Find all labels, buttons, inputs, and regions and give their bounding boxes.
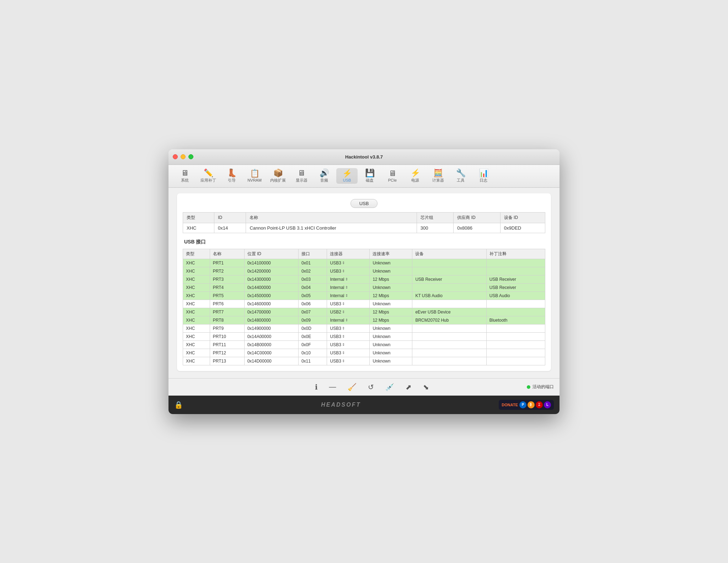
toolbar-item-log[interactable]: 📊 日志 <box>473 168 494 184</box>
port-col-location: 位置 ID <box>244 249 298 259</box>
port-location: 0x14700000 <box>244 308 298 316</box>
port-row[interactable]: XHC PRT8 0x14800000 0x09 Internal ⇕ 12 M… <box>183 316 545 324</box>
refresh-button[interactable]: ↺ <box>366 381 375 393</box>
port-row[interactable]: XHC PRT10 0x14A00000 0x0E USB3 ⇕ Unknown <box>183 332 545 341</box>
titlebar: Hackintool v3.8.7 <box>168 149 560 165</box>
port-patch <box>486 300 545 308</box>
port-connector: USB3 ⇕ <box>327 349 370 357</box>
col-header-name: 名称 <box>246 212 417 223</box>
eth-icon: Ξ <box>536 401 543 408</box>
toolbar-item-kext[interactable]: 📦 内核扩展 <box>267 168 289 184</box>
connector-cell: USB2 ⇕ <box>330 310 344 315</box>
active-indicator: 活动的端口 <box>527 384 554 390</box>
toolbar-item-system[interactable]: 🖥 系统 <box>174 168 196 184</box>
port-row[interactable]: XHC PRT3 0x14300000 0x03 Internal ⇕ 12 M… <box>183 275 545 283</box>
port-name: PRT1 <box>210 259 244 267</box>
connector-cell: USB3 ⇕ <box>330 359 344 364</box>
port-connector: Internal ⇕ <box>327 275 370 283</box>
port-patch <box>486 267 545 275</box>
clear-button[interactable]: 🧹 <box>346 381 358 393</box>
port-row[interactable]: XHC PRT5 0x14500000 0x05 Internal ⇕ 12 M… <box>183 291 545 300</box>
toolbar-item-calc[interactable]: 🧮 计算器 <box>427 168 449 184</box>
port-patch <box>486 357 545 365</box>
toolbar-item-patch[interactable]: ✏️ 应用补丁 <box>197 168 220 184</box>
port-connector: USB3 ⇕ <box>327 332 370 341</box>
port-row[interactable]: XHC PRT9 0x14900000 0x0D USB3 ⇕ Unknown <box>183 324 545 332</box>
port-port: 0x0D <box>298 324 327 332</box>
display-label: 显示器 <box>296 178 307 183</box>
port-port: 0x05 <box>298 291 327 300</box>
connector-cell: USB3 ⇕ <box>330 334 344 339</box>
port-col-patch: 补丁注释 <box>486 249 545 259</box>
port-port: 0x10 <box>298 349 327 357</box>
pcie-label: PCIe <box>388 178 397 182</box>
port-type: XHC <box>183 349 210 357</box>
main-window: Hackintool v3.8.7 🖥 系统 ✏️ 应用补丁 👢 引导 📋 NV… <box>168 149 560 414</box>
port-location: 0x14400000 <box>244 283 298 291</box>
donate-button[interactable]: DONATE P ₿ Ξ L <box>499 400 554 410</box>
system-icon: 🖥 <box>181 169 189 177</box>
port-speed: 12 Mbps <box>370 291 412 300</box>
connector-cell: Internal ⇕ <box>330 318 348 323</box>
close-button[interactable] <box>173 154 178 159</box>
port-device: BRCM20702 Hub <box>412 316 486 324</box>
port-name: PRT10 <box>210 332 244 341</box>
port-port: 0x07 <box>298 308 327 316</box>
maximize-button[interactable] <box>188 154 193 159</box>
port-row[interactable]: XHC PRT1 0x14100000 0x01 USB3 ⇕ Unknown <box>183 259 545 267</box>
main-content: USB 类型 ID 名称 芯片组 供应商 ID 设备 ID XHC <box>168 188 560 378</box>
connector-cell: USB3 ⇕ <box>330 301 344 306</box>
toolbar-item-power[interactable]: ⚡ 电源 <box>405 168 426 184</box>
port-row[interactable]: XHC PRT7 0x14700000 0x07 USB2 ⇕ 12 Mbps … <box>183 308 545 316</box>
port-row[interactable]: XHC PRT13 0x14D00000 0x11 USB3 ⇕ Unknown <box>183 357 545 365</box>
patch-label: 应用补丁 <box>200 178 216 183</box>
port-location: 0x14100000 <box>244 259 298 267</box>
port-row[interactable]: XHC PRT11 0x14B00000 0x0F USB3 ⇕ Unknown <box>183 341 545 349</box>
port-device: eEver USB Device <box>412 308 486 316</box>
minimize-button[interactable] <box>181 154 186 159</box>
port-port: 0x06 <box>298 300 327 308</box>
remove-button[interactable]: — <box>328 381 338 392</box>
toolbar-item-boot[interactable]: 👢 引导 <box>221 168 242 184</box>
toolbar-item-nvram[interactable]: 📋 NVRAM <box>244 168 265 184</box>
export-button[interactable]: ⬊ <box>422 381 430 393</box>
port-location: 0x14600000 <box>244 300 298 308</box>
toolbar-item-audio[interactable]: 🔊 音频 <box>314 168 335 184</box>
toolbar-item-disk[interactable]: 💾 磁盘 <box>359 168 380 184</box>
port-location: 0x14500000 <box>244 291 298 300</box>
port-speed: 12 Mbps <box>370 308 412 316</box>
window-controls <box>173 154 193 159</box>
usb-tab-btn[interactable]: USB <box>350 199 378 208</box>
port-row[interactable]: XHC PRT6 0x14600000 0x06 USB3 ⇕ Unknown <box>183 300 545 308</box>
port-connector: USB3 ⇕ <box>327 341 370 349</box>
controller-row[interactable]: XHC 0x14 Cannon Point-LP USB 3.1 xHCI Co… <box>183 223 545 233</box>
toolbar-item-usb[interactable]: ⚡ USB <box>336 168 358 184</box>
toolbar-item-tools[interactable]: 🔧 工具 <box>450 168 471 184</box>
ctrl-name: Cannon Point-LP USB 3.1 xHCI Controller <box>246 223 417 233</box>
col-header-device: 设备 ID <box>500 212 545 223</box>
port-row[interactable]: XHC PRT2 0x14200000 0x02 USB3 ⇕ Unknown <box>183 267 545 275</box>
port-device <box>412 324 486 332</box>
bitcoin-icon: ₿ <box>528 401 535 408</box>
toolbar-item-display[interactable]: 🖥 显示器 <box>291 168 312 184</box>
inject-button[interactable]: 💉 <box>384 381 396 393</box>
ctrl-vendor-id: 0x8086 <box>454 223 500 233</box>
toolbar-item-pcie[interactable]: 🖥 PCIe <box>382 168 403 184</box>
nvram-label: NVRAM <box>247 178 262 182</box>
port-patch <box>486 308 545 316</box>
toolbar: 🖥 系统 ✏️ 应用补丁 👢 引导 📋 NVRAM 📦 内核扩展 🖥 显示器 🔊… <box>168 165 560 188</box>
import-button[interactable]: ⬈ <box>404 381 413 393</box>
audio-icon: 🔊 <box>320 169 329 177</box>
port-patch: Bluetooth <box>486 316 545 324</box>
port-row[interactable]: XHC PRT4 0x14400000 0x04 Internal ⇕ Unkn… <box>183 283 545 291</box>
port-name: PRT12 <box>210 349 244 357</box>
footer: 🔒 HEADSOFT DONATE P ₿ Ξ L <box>168 396 560 414</box>
port-patch <box>486 332 545 341</box>
info-button[interactable]: ℹ <box>314 381 319 393</box>
port-col-speed: 连接速率 <box>370 249 412 259</box>
calc-label: 计算器 <box>432 178 444 183</box>
port-row[interactable]: XHC PRT12 0x14C00000 0x10 USB3 ⇕ Unknown <box>183 349 545 357</box>
power-icon: ⚡ <box>411 169 420 177</box>
port-port: 0x11 <box>298 357 327 365</box>
ctrl-type: XHC <box>183 223 214 233</box>
